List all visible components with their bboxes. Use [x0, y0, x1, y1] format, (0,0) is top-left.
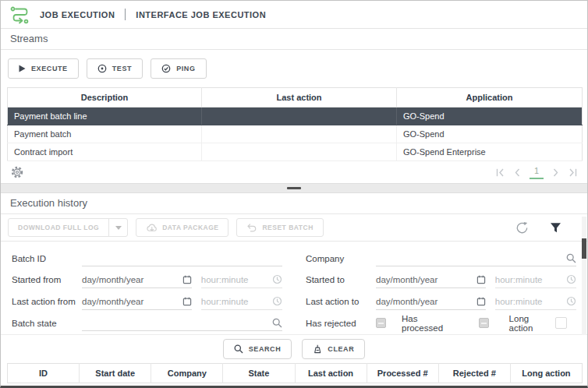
- has-processed-label: Has processed: [402, 314, 462, 333]
- column-header-rejected[interactable]: Rejected #: [438, 364, 510, 383]
- current-page-indicator[interactable]: 1: [530, 166, 544, 179]
- clear-label: CLEAR: [328, 345, 354, 353]
- splitter-handle[interactable]: [287, 187, 301, 189]
- table-row[interactable]: Payment batch GO-Spend: [8, 125, 583, 143]
- download-full-log-label: DOWNLOAD FULL LOG: [9, 219, 108, 236]
- long-action-checkbox[interactable]: [555, 317, 567, 329]
- last-action-from-date-input[interactable]: [82, 297, 182, 306]
- target-icon: [97, 64, 107, 73]
- column-header-application[interactable]: Application: [396, 88, 582, 108]
- panel-splitter: [1, 183, 587, 193]
- column-header-long-action[interactable]: Long action: [510, 364, 582, 383]
- company-input[interactable]: [376, 253, 566, 263]
- streams-footer: 1: [1, 161, 587, 183]
- last-action-from-time-input[interactable]: [201, 297, 272, 306]
- execute-label: EXECUTE: [31, 65, 68, 72]
- has-rejected-checkbox[interactable]: [376, 318, 386, 328]
- caret-down-icon: [115, 226, 122, 230]
- last-page-button[interactable]: [568, 168, 577, 177]
- streams-toolbar: EXECUTE TEST PING: [1, 50, 587, 86]
- test-button[interactable]: TEST: [87, 58, 143, 79]
- history-toolbar: DOWNLOAD FULL LOG DATA PACKAGE RESET: [1, 214, 587, 242]
- last-action-from-label: Last action from: [12, 297, 82, 306]
- calendar-icon[interactable]: [182, 297, 192, 306]
- scrollbar-track[interactable]: [582, 217, 586, 335]
- search-button[interactable]: SEARCH: [223, 339, 292, 359]
- clear-button[interactable]: CLEAR: [302, 339, 365, 359]
- data-package-button[interactable]: DATA PACKAGE: [136, 218, 228, 237]
- column-header-company[interactable]: Company: [151, 364, 223, 383]
- company-label: Company: [306, 254, 376, 263]
- cell-last-action: [202, 143, 397, 161]
- column-header-processed[interactable]: Processed #: [367, 364, 438, 383]
- started-from-date-input[interactable]: [82, 275, 182, 284]
- clock-icon[interactable]: [272, 274, 282, 284]
- started-to-date-input[interactable]: [376, 275, 476, 284]
- calendar-icon[interactable]: [182, 275, 192, 284]
- data-package-label: DATA PACKAGE: [162, 224, 218, 231]
- column-header-state[interactable]: State: [223, 364, 295, 383]
- calendar-icon[interactable]: [476, 297, 486, 306]
- table-row[interactable]: Contract import GO-Spend Enterprise: [8, 143, 583, 161]
- has-processed-checkbox[interactable]: [479, 318, 489, 328]
- download-options-button[interactable]: [108, 219, 127, 236]
- calendar-icon[interactable]: [476, 275, 486, 284]
- cell-application: GO-Spend: [396, 108, 582, 125]
- title-divider: [125, 9, 126, 20]
- last-page-icon: [568, 168, 577, 177]
- clock-icon[interactable]: [566, 274, 576, 284]
- app-window: JOB EXECUTION INTERFACE JOB EXECUTION St…: [0, 0, 588, 388]
- streams-table: Description Last action Application Paym…: [7, 87, 583, 161]
- reset-batch-button[interactable]: RESET BATCH: [236, 218, 323, 237]
- results-table: ID Start date Company State Last action …: [7, 363, 583, 383]
- download-full-log-button[interactable]: DOWNLOAD FULL LOG: [8, 218, 128, 237]
- prev-page-icon: [514, 168, 521, 177]
- gear-icon: [11, 166, 23, 178]
- streams-section-title: Streams: [1, 29, 587, 50]
- page-subtitle: INTERFACE JOB EXECUTION: [136, 10, 266, 19]
- started-from-label: Started from: [12, 275, 82, 284]
- clock-icon[interactable]: [566, 296, 576, 306]
- filter-button[interactable]: [550, 222, 561, 233]
- long-action-label: Long action: [509, 314, 555, 333]
- clock-icon[interactable]: [272, 296, 282, 306]
- ping-button[interactable]: PING: [151, 58, 206, 79]
- last-action-to-date-input[interactable]: [376, 297, 476, 306]
- last-action-to-time-input[interactable]: [495, 297, 566, 306]
- form-actions: SEARCH CLEAR: [1, 334, 587, 363]
- page-header: JOB EXECUTION INTERFACE JOB EXECUTION: [1, 1, 587, 29]
- column-header-last-action[interactable]: Last action: [202, 88, 397, 108]
- test-label: TEST: [112, 65, 132, 72]
- search-icon[interactable]: [272, 318, 282, 328]
- column-header-start-date[interactable]: Start date: [80, 364, 151, 383]
- cell-description: Contract import: [8, 143, 202, 161]
- batch-state-input[interactable]: [82, 318, 272, 327]
- cell-description: Payment batch line: [8, 108, 202, 125]
- started-from-time-input[interactable]: [201, 275, 272, 284]
- undo-icon: [246, 223, 257, 233]
- scrollbar-thumb[interactable]: [582, 238, 586, 259]
- started-to-time-input[interactable]: [495, 275, 566, 284]
- execute-button[interactable]: EXECUTE: [8, 58, 79, 79]
- column-header-description[interactable]: Description: [8, 88, 202, 108]
- results-table-header-row: ID Start date Company State Last action …: [8, 364, 583, 383]
- first-page-button[interactable]: [496, 168, 505, 177]
- next-page-button[interactable]: [552, 168, 559, 177]
- column-header-id[interactable]: ID: [8, 364, 80, 383]
- cloud-download-icon: [146, 223, 157, 232]
- batch-id-input[interactable]: [82, 253, 282, 263]
- broom-icon: [313, 344, 322, 354]
- table-settings-button[interactable]: [11, 166, 23, 178]
- play-icon: [19, 65, 26, 72]
- table-row[interactable]: Payment batch line GO-Spend: [8, 108, 583, 125]
- refresh-button[interactable]: [515, 221, 529, 235]
- batch-id-label: Batch ID: [12, 254, 82, 263]
- last-action-to-label: Last action to: [306, 297, 376, 306]
- page-title: JOB EXECUTION: [40, 10, 115, 19]
- search-icon[interactable]: [566, 253, 576, 263]
- prev-page-button[interactable]: [514, 168, 521, 177]
- column-header-last-action[interactable]: Last action: [295, 364, 367, 383]
- route-flow-icon: [10, 5, 30, 24]
- search-icon: [234, 344, 243, 354]
- cell-last-action: [202, 125, 397, 143]
